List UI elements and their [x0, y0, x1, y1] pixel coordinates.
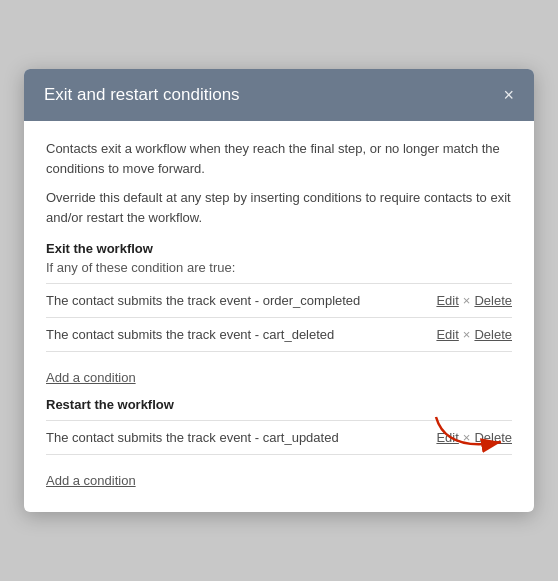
exit-condition-row-1: The contact submits the track event - or… — [46, 283, 512, 317]
separator-1: × — [463, 293, 471, 308]
exit-section: Exit the workflow If any of these condit… — [46, 241, 512, 391]
restart-condition-row-wrapper: The contact submits the track event - ca… — [46, 420, 512, 454]
restart-add-condition-wrapper: Add a condition — [46, 454, 512, 494]
modal: Exit and restart conditions × Contacts e… — [24, 69, 534, 512]
restart-condition-text-1: The contact submits the track event - ca… — [46, 430, 428, 445]
modal-body: Contacts exit a workflow when they reach… — [24, 121, 534, 512]
restart-condition-actions-1: Edit × Delete — [436, 430, 512, 445]
separator-2: × — [463, 327, 471, 342]
exit-condition-text-2: The contact submits the track event - ca… — [46, 327, 428, 342]
restart-section-title: Restart the workflow — [46, 397, 512, 412]
description-1: Contacts exit a workflow when they reach… — [46, 139, 512, 178]
restart-section: Restart the workflow The contact submits… — [46, 397, 512, 494]
exit-section-subtitle: If any of these condition are true: — [46, 260, 512, 275]
exit-delete-button-1[interactable]: Delete — [474, 293, 512, 308]
exit-delete-button-2[interactable]: Delete — [474, 327, 512, 342]
separator-3: × — [463, 430, 471, 445]
description-2: Override this default at any step by ins… — [46, 188, 512, 227]
exit-edit-button-2[interactable]: Edit — [436, 327, 458, 342]
restart-delete-button-1[interactable]: Delete — [474, 430, 512, 445]
exit-condition-row-2: The contact submits the track event - ca… — [46, 317, 512, 351]
exit-condition-text-1: The contact submits the track event - or… — [46, 293, 428, 308]
exit-add-condition-button[interactable]: Add a condition — [46, 370, 136, 385]
modal-overlay: Exit and restart conditions × Contacts e… — [0, 0, 558, 581]
restart-condition-row-1: The contact submits the track event - ca… — [46, 420, 512, 454]
modal-title: Exit and restart conditions — [44, 85, 240, 105]
restart-edit-button-1[interactable]: Edit — [436, 430, 458, 445]
exit-condition-actions-1: Edit × Delete — [436, 293, 512, 308]
restart-add-condition-button[interactable]: Add a condition — [46, 473, 136, 488]
exit-section-title: Exit the workflow — [46, 241, 512, 256]
exit-condition-actions-2: Edit × Delete — [436, 327, 512, 342]
close-button[interactable]: × — [503, 86, 514, 104]
modal-header: Exit and restart conditions × — [24, 69, 534, 121]
exit-edit-button-1[interactable]: Edit — [436, 293, 458, 308]
exit-add-condition-wrapper: Add a condition — [46, 351, 512, 391]
